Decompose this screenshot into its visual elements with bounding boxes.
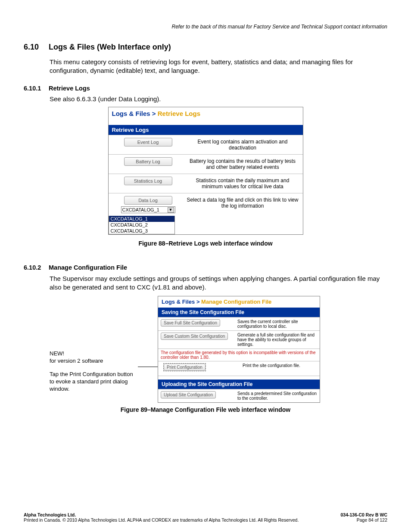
footer-copyright: Printed in Canada. © 2010 Alpha Technolo… (24, 517, 299, 523)
breadcrumb: Logs & Files > Retrieve Logs (109, 107, 303, 125)
dropdown-option[interactable]: CXCDATALOG_3 (109, 228, 174, 234)
dropdown-option[interactable]: CXCDATALOG_2 (109, 222, 174, 228)
section-6-10-1-heading: 6.10.1Retrieve Logs (24, 85, 387, 92)
breadcrumb: Logs & Files > Manage Configuration File (158, 296, 320, 308)
section-number: 6.10.1 (24, 85, 49, 92)
section-6-10-1-para: See also 6.6.3.3 (under Data Logging). (50, 95, 387, 103)
section-6-10-heading: 6.10Logs & Files (Web Interface only) (24, 43, 387, 52)
save-custom-desc: Generate a full site configuration file … (237, 331, 320, 348)
section-title: Manage Configuration File (49, 264, 127, 271)
dropdown-option[interactable]: CXCDATALOG_1 (109, 216, 174, 222)
data-log-button[interactable]: Data Log (124, 196, 172, 205)
annotation-new-line2: for version 2 software (50, 358, 103, 364)
figure-88-caption: Figure 88–Retrieve Logs web interface wi… (24, 240, 387, 247)
event-log-desc: Event log contains alarm activation and … (184, 135, 303, 154)
annotation-sidebar: NEW! for version 2 software Tap the Prin… (50, 296, 138, 392)
row-upload-config: Upload Site Configuration Sends a predet… (158, 389, 320, 402)
page-footer: Alpha Technologies Ltd. 034-136-C0 Rev B… (24, 512, 387, 523)
section-title: Logs & Files (Web Interface only) (49, 43, 171, 51)
figure-88-retrieve-logs-window: Logs & Files > Retrieve Logs Retrieve Lo… (108, 107, 303, 235)
panel-header-retrieve-logs: Retrieve Logs (109, 125, 303, 135)
section-number: 6.10 (24, 43, 49, 52)
print-configuration-button[interactable]: Print Configuration (164, 364, 206, 371)
statistics-log-desc: Statistics contain the daily maximum and… (184, 174, 303, 193)
row-event-log: Event Log Event log contains alarm activ… (109, 135, 303, 154)
section-6-10-2-para: The Supervisor may exclude settings and … (50, 274, 387, 292)
save-custom-site-config-button[interactable]: Save Custom Site Configuration (161, 333, 228, 340)
figure-89-caption: Figure 89–Manage Configuration File web … (24, 406, 387, 413)
data-log-desc: Select a data log file and click on this… (184, 193, 303, 212)
annotation-tip: Tap the Print Configuration button to ev… (50, 371, 138, 393)
row-data-log: Data Log CXCDATALOG_1 Select a data log … (109, 193, 303, 216)
data-log-select[interactable]: CXCDATALOG_1 (121, 206, 175, 213)
event-log-button[interactable]: Event Log (124, 138, 172, 146)
footer-company: Alpha Technologies Ltd. (24, 512, 76, 517)
config-version-warning: The configuration file generated by this… (158, 348, 320, 361)
print-config-desc: Print the site configuration file. (242, 361, 320, 370)
row-save-custom: Save Custom Site Configuration Generate … (158, 330, 320, 348)
header-reference: Refer to the back of this manual for Fac… (24, 24, 387, 30)
upload-config-desc: Sends a predetermined Site configuration… (237, 389, 320, 402)
breadcrumb-leaf: Manage Configuration File (201, 299, 271, 305)
panel-header-saving: Saving the Site Configuration File (158, 308, 320, 317)
section-6-10-2-heading: 6.10.2Manage Configuration File (24, 264, 387, 271)
figure-89-manage-config-window: Logs & Files > Manage Configuration File… (158, 296, 320, 403)
row-battery-log: Battery Log Battery log contains the res… (109, 154, 303, 174)
panel-header-uploading: Uploading the Site Configuration File (158, 380, 320, 389)
statistics-log-button[interactable]: Statistics Log (124, 177, 172, 185)
save-full-site-config-button[interactable]: Save Full Site Configuration (161, 319, 220, 327)
footer-page-number: Page 84 of 122 (357, 517, 387, 523)
breadcrumb-leaf: Retrieve Logs (158, 110, 200, 117)
footer-docnum: 034-136-C0 Rev B WC (340, 512, 387, 517)
row-statistics-log: Statistics Log Statistics contain the da… (109, 174, 303, 193)
breadcrumb-root: Logs & Files > (162, 299, 201, 305)
annotation-new: NEW! (50, 350, 64, 357)
section-6-10-para: This menu category consists of retrievin… (50, 58, 387, 75)
section-title: Retrieve Logs (49, 85, 90, 92)
section-number: 6.10.2 (24, 264, 49, 271)
annotation-leader-line (138, 296, 158, 404)
breadcrumb-root: Logs & Files > (112, 110, 158, 117)
row-save-full: Save Full Site Configuration Saves the c… (158, 317, 320, 330)
data-log-dropdown-open: CXCDATALOG_1 CXCDATALOG_2 CXCDATALOG_3 (109, 216, 175, 234)
save-full-desc: Saves the current controller site config… (237, 317, 320, 330)
battery-log-button[interactable]: Battery Log (124, 157, 172, 166)
row-print-config: Print Configuration Print the site confi… (158, 361, 320, 376)
upload-site-config-button[interactable]: Upload Site Configuration (161, 391, 216, 398)
battery-log-desc: Battery log contains the results of batt… (184, 155, 303, 174)
